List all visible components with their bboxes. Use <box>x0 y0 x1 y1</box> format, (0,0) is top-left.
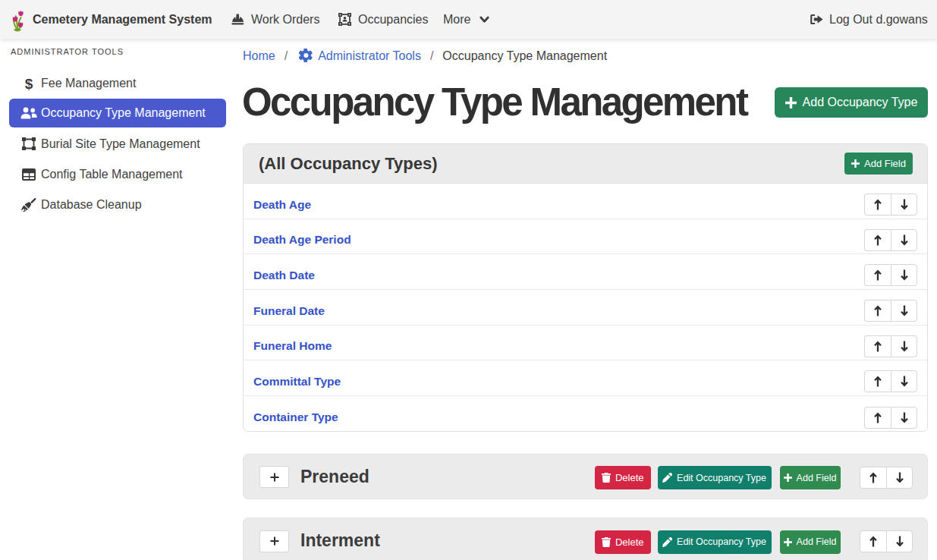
svg-text:$: $ <box>25 76 33 91</box>
